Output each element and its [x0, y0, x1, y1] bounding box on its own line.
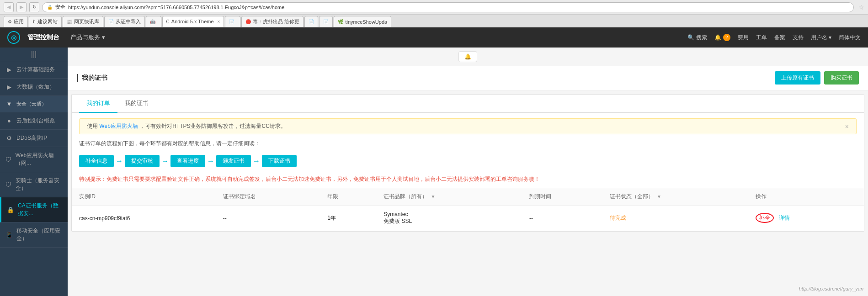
tab-android-theme[interactable]: C Android 5.x Theme × [162, 16, 224, 27]
sidebar-item-ddos[interactable]: ⚙ DDoS高防IP [0, 130, 68, 147]
backup-label: 备案 [774, 34, 785, 42]
step-arrow-2: → [161, 157, 169, 165]
notification-button[interactable]: 🔔 2 [714, 34, 730, 41]
sidebar-item-cloud-compute[interactable]: ▶ 云计算基础服务 [0, 61, 68, 79]
table-row: cas-cn-mp909cf9iat6 -- 1年 Symantec 免费版 S… [72, 206, 864, 231]
tab-label: 网页快讯库 [74, 18, 99, 25]
user-menu[interactable]: 用户名 ▾ [811, 34, 831, 42]
cell-instance-id: cas-cn-mp909cf9iat6 [72, 206, 216, 231]
tab-favicon: 📄 [229, 19, 234, 24]
buy-cert-button[interactable]: 购买证书 [824, 71, 859, 85]
page-actions: 上传原有证书 购买证书 [775, 71, 859, 85]
action-detail[interactable]: 详情 [779, 215, 790, 221]
workorder-label: 工单 [756, 34, 767, 42]
tab-favicon: C [166, 19, 170, 24]
bookmark-icon[interactable]: ☆ [858, 4, 864, 11]
tab-recommend[interactable]: b 建议网站 [29, 16, 62, 27]
language-selector[interactable]: 简体中文 [839, 34, 861, 42]
sidebar-item-bigdata[interactable]: ▶ 大数据（数加） [0, 79, 68, 96]
tab-favicon: 📄 [108, 19, 114, 24]
watermark: http://blog.csdn.net/gary_yan [799, 286, 863, 291]
tab-doc1[interactable]: 📄 [225, 16, 240, 27]
action-complete[interactable]: 补全 [756, 213, 774, 223]
sidebar-item-console-overview[interactable]: ● 云盾控制台概览 [0, 112, 68, 130]
sidebar-item-security[interactable]: ▼ 安全（云盾） [0, 96, 68, 112]
col-status[interactable]: 证书状态（全部） ▼ [602, 188, 748, 206]
tab-apps[interactable]: ⚙ 应用 [4, 16, 28, 27]
sidebar-item-mobile-security[interactable]: 📱 移动安全（应用安全） [0, 222, 68, 248]
bell-button[interactable]: 🔔 [458, 51, 477, 62]
tab-hupu[interactable]: 🔴 毒：虎扑出品 给你更 [241, 16, 304, 27]
warning-text: 特别提示：免费证书只需要要求配置验证文件正确，系统就可自动完成签发，后台小二无法… [72, 173, 864, 188]
status-badge: 待完成 [610, 215, 626, 221]
alert-text-before: 使用 [87, 123, 98, 129]
tab-label: 从证中导入 [116, 18, 141, 25]
col-years: 年限 [320, 188, 376, 206]
support-label: 支持 [793, 34, 804, 42]
sidebar-item-server-security[interactable]: 🛡 安骑士（服务器安全） [0, 172, 68, 197]
server-security-icon: 🛡 [5, 181, 12, 188]
secure-icon: 🔒 [47, 5, 53, 10]
tab-my-orders-label: 我的订单 [86, 100, 110, 106]
sidebar-toggle[interactable]: ||| [0, 48, 68, 61]
sidebar-item-label: Web应用防火墙（网... [16, 152, 62, 167]
tab-doc2[interactable]: 📄 [304, 16, 318, 27]
notification-badge: 2 [723, 34, 730, 41]
tab-doc3[interactable]: 📄 [319, 16, 333, 27]
tab-cert-import[interactable]: 📄 从证中导入 [104, 16, 145, 27]
step-issue-cert[interactable]: 颁发证书 [216, 155, 251, 167]
sidebar: ||| ▶ 云计算基础服务 ▶ 大数据（数加） ▼ 安全（云盾） ● 云盾控制台… [0, 48, 68, 296]
upload-cert-button[interactable]: 上传原有证书 [775, 71, 820, 85]
tab-my-certs-label: 我的证书 [125, 100, 149, 106]
tab-my-certs[interactable]: 我的证书 [117, 95, 156, 113]
step-submit-review[interactable]: 提交审核 [125, 155, 160, 167]
alert-close-button[interactable]: × [845, 123, 849, 130]
alert-text: 使用 Web应用防火墙 ，可有效针对HTTPS业务防御黑客攻击，过滤海量CC请求… [87, 122, 286, 130]
bigdata-icon: ▶ [5, 84, 13, 90]
col-brand-label: 证书品牌（所有） [383, 193, 427, 200]
info-text: 证书订单的流程如下图，每个环节都有对应的帮助信息，请一定仔细阅读： [72, 140, 864, 151]
alert-text-after: ，可有效针对HTTPS业务防御黑客攻击，过滤海量CC请求。 [139, 123, 286, 129]
cell-brand: Symantec 免费版 SSL [376, 206, 522, 231]
content-area: 🔔 我的证书 上传原有证书 购买证书 我的订单 我的证书 [68, 48, 868, 296]
header-actions: 🔍 搜索 🔔 2 费用 工单 备案 支持 用户名 ▾ 简体中文 [687, 34, 861, 42]
tab-tinymce[interactable]: 🌿 tinymceShowUpda [334, 16, 391, 27]
tab-my-orders[interactable]: 我的订单 [79, 95, 117, 113]
search-button[interactable]: 🔍 搜索 [687, 34, 707, 42]
tab-news[interactable]: 📰 网页快讯库 [63, 16, 103, 27]
col-brand[interactable]: 证书品牌（所有） ▼ [376, 188, 522, 206]
sidebar-item-waf[interactable]: 🛡 Web应用防火墙（网... [0, 147, 68, 172]
browser-bar: ◀ ▶ ↻ 🔒 安全 https://yundun.console.aliyun… [0, 0, 868, 15]
tab-label: Android 5.x Theme [171, 19, 214, 24]
sidebar-item-ca-cert[interactable]: 🔒 CA证书服务（数据安... [0, 197, 68, 222]
toggle-icon: ||| [31, 50, 37, 58]
waf-icon: 🛡 [5, 156, 12, 163]
fee-button[interactable]: 费用 [738, 34, 749, 42]
support-button[interactable]: 支持 [793, 34, 804, 42]
forward-button[interactable]: ▶ [16, 2, 27, 12]
step-download-cert[interactable]: 下载证书 [262, 155, 297, 167]
tab-android-icon[interactable]: 🤖 [146, 16, 161, 27]
cell-status: 待完成 [602, 206, 748, 231]
address-bar[interactable]: 🔒 安全 https://yundun.console.aliyun.com/?… [42, 2, 854, 12]
nav-products[interactable]: 产品与服务 ▾ [67, 27, 109, 48]
search-icon: 🔍 [687, 34, 694, 41]
workorder-button[interactable]: 工单 [756, 34, 767, 42]
backup-button[interactable]: 备案 [774, 34, 785, 42]
col-domain: 证书绑定域名 [216, 188, 320, 206]
nav-products-label: 产品与服务 [70, 27, 100, 48]
step-complete-info[interactable]: 补全信息 [79, 155, 114, 167]
alert-link[interactable]: Web应用防火墙 [99, 123, 138, 129]
fee-label: 费用 [738, 34, 749, 42]
security-icon: ▼ [5, 100, 13, 107]
tab-favicon: 🤖 [150, 19, 155, 24]
cell-expire: -- [522, 206, 602, 231]
reload-button[interactable]: ↻ [29, 2, 39, 12]
step-view-progress[interactable]: 查看进度 [170, 155, 205, 167]
tab-close-icon[interactable]: × [218, 19, 220, 24]
tab-favicon: 🔴 [245, 19, 251, 24]
tab-label: 应用 [14, 18, 24, 25]
tab-label: tinymceShowUpda [345, 19, 387, 25]
back-button[interactable]: ◀ [4, 2, 14, 12]
mobile-security-icon: 📱 [5, 232, 13, 238]
